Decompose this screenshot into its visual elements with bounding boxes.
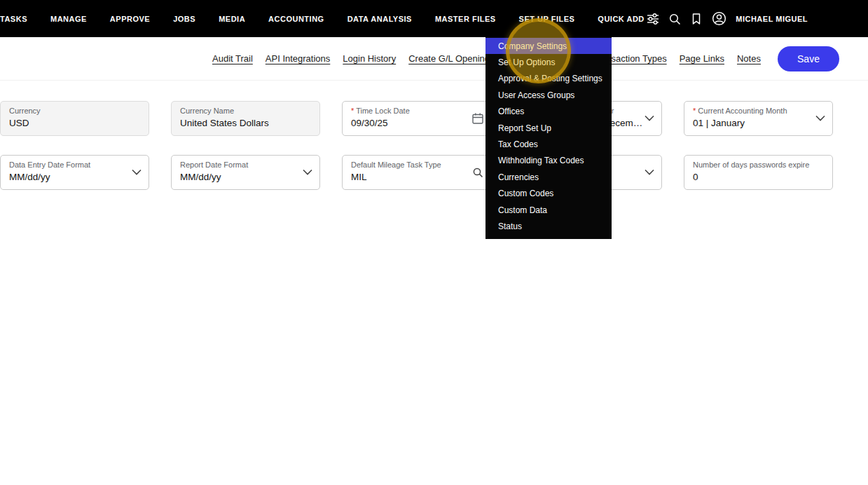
company-settings-form: Currency USD Currency Name United States… xyxy=(0,101,833,209)
top-navigation-bar: TASKS MANAGE APPROVE JOBS MEDIA ACCOUNTI… xyxy=(0,0,868,37)
user-name[interactable]: MICHAEL MIGUEL xyxy=(736,15,808,23)
chevron-down-icon[interactable] xyxy=(303,170,312,176)
time-lock-date-value: 09/30/25 xyxy=(351,118,482,128)
currency-value: USD xyxy=(9,118,140,128)
settings-subnav: Audit Trail API Integrations Login Histo… xyxy=(0,37,868,81)
menu-item-status[interactable]: Status xyxy=(485,218,612,234)
menu-item-approval-posting-settings[interactable]: Approval & Posting Settings xyxy=(485,71,612,87)
report-date-format-label: Report Date Format xyxy=(180,160,311,169)
default-mileage-task-type-label: Default Mileage Task Type xyxy=(351,160,482,169)
chevron-down-icon[interactable] xyxy=(132,170,142,176)
form-row-1: Currency USD Currency Name United States… xyxy=(0,101,833,136)
data-entry-date-format-value: MM/dd/yy xyxy=(9,172,140,182)
set-up-files-dropdown-menu: Company Settings Set Up Options Approval… xyxy=(485,37,612,239)
menu-item-offices[interactable]: Offices xyxy=(485,104,612,120)
currency-label: Currency xyxy=(9,107,140,115)
time-lock-date-label: Time Lock Date xyxy=(351,107,482,115)
menu-item-company-settings[interactable]: Company Settings xyxy=(485,38,612,54)
nav-item-accounting[interactable]: ACCOUNTING xyxy=(268,15,324,23)
tab-page-links[interactable]: Page Links xyxy=(680,53,724,64)
avatar-icon[interactable] xyxy=(712,11,726,26)
report-date-format-field[interactable]: Report Date Format MM/dd/yy xyxy=(171,155,320,190)
menu-item-currencies[interactable]: Currencies xyxy=(485,169,612,185)
menu-item-set-up-options[interactable]: Set Up Options xyxy=(485,54,612,70)
default-mileage-task-type-value: MIL xyxy=(351,172,482,182)
time-lock-date-field[interactable]: Time Lock Date 09/30/25 xyxy=(342,101,491,136)
currency-name-field: Currency Name United States Dollars xyxy=(171,101,320,136)
nav-item-tasks[interactable]: TASKS xyxy=(0,15,27,23)
nav-item-manage[interactable]: MANAGE xyxy=(50,15,87,23)
save-button[interactable]: Save xyxy=(778,46,839,71)
report-date-format-value: MM/dd/yy xyxy=(180,172,311,182)
chevron-down-icon[interactable] xyxy=(645,116,654,122)
data-entry-date-format-field[interactable]: Data Entry Date Format MM/dd/yy xyxy=(0,155,149,190)
current-accounting-month-label: Current Accounting Month xyxy=(693,107,824,115)
menu-item-user-access-groups[interactable]: User Access Groups xyxy=(485,87,612,103)
data-entry-date-format-label: Data Entry Date Format xyxy=(9,160,140,169)
menu-item-tax-codes[interactable]: Tax Codes xyxy=(485,136,612,152)
bookmark-icon[interactable] xyxy=(690,13,703,25)
tab-notes[interactable]: Notes xyxy=(737,53,761,64)
nav-item-quick-add[interactable]: QUICK ADD xyxy=(598,15,644,23)
topbar-right-group: MICHAEL MIGUEL xyxy=(647,11,868,26)
nav-item-approve[interactable]: APPROVE xyxy=(110,15,150,23)
tab-login-history[interactable]: Login History xyxy=(343,53,396,64)
password-expire-days-value: 0 xyxy=(693,172,824,182)
currency-name-label: Currency Name xyxy=(180,107,311,115)
password-expire-days-label: Number of days passwords expire xyxy=(693,160,824,169)
tune-icon[interactable] xyxy=(647,13,659,25)
nav-item-set-up-files[interactable]: SET UP FILES xyxy=(519,15,575,23)
main-nav: TASKS MANAGE APPROVE JOBS MEDIA ACCOUNTI… xyxy=(0,15,645,23)
form-row-2: Data Entry Date Format MM/dd/yy Report D… xyxy=(0,155,833,190)
calendar-icon[interactable] xyxy=(472,113,483,125)
nav-item-media[interactable]: MEDIA xyxy=(219,15,245,23)
tab-audit-trail[interactable]: Audit Trail xyxy=(212,53,253,64)
menu-item-custom-data[interactable]: Custom Data xyxy=(485,202,612,218)
search-icon[interactable] xyxy=(668,13,681,25)
currency-name-value: United States Dollars xyxy=(180,118,311,128)
nav-item-master-files[interactable]: MASTER FILES xyxy=(435,15,496,23)
tab-api-integrations[interactable]: API Integrations xyxy=(266,53,331,64)
currency-field: Currency USD xyxy=(0,101,149,136)
menu-item-custom-codes[interactable]: Custom Codes xyxy=(485,186,612,202)
password-expire-days-field[interactable]: Number of days passwords expire 0 xyxy=(684,155,833,190)
current-accounting-month-value: 01 | January xyxy=(693,118,824,128)
search-icon[interactable] xyxy=(472,167,483,178)
nav-item-data-analysis[interactable]: DATA ANALYSIS xyxy=(347,15,412,23)
current-accounting-month-field[interactable]: Current Accounting Month 01 | January xyxy=(684,101,833,136)
default-mileage-task-type-field[interactable]: Default Mileage Task Type MIL xyxy=(342,155,491,190)
nav-item-jobs[interactable]: JOBS xyxy=(173,15,195,23)
menu-item-withholding-tax-codes[interactable]: Withholding Tax Codes xyxy=(485,153,612,169)
menu-item-report-set-up[interactable]: Report Set Up xyxy=(485,120,612,136)
chevron-down-icon[interactable] xyxy=(645,170,654,176)
chevron-down-icon[interactable] xyxy=(815,116,825,122)
